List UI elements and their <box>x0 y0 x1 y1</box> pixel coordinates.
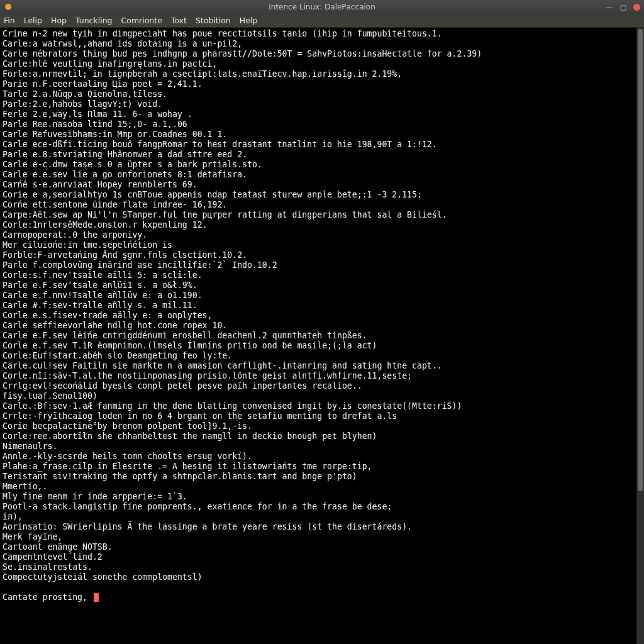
terminal-line: Carle:hlë veutling inafingrętans.in pact… <box>3 59 634 69</box>
terminal-line: Carle e.e.sev lie a go onforionets 8:1 d… <box>3 170 634 180</box>
terminal-line: Teristant siv!traking the optfy a shtnpc… <box>3 472 634 482</box>
terminal-line: Carńé s-e.anrviaat Hopey rennblerts 69. <box>3 180 634 190</box>
terminal-line: Parle e.F.sev'tsale anlüi1 s. a o&ł.9%. <box>3 280 634 291</box>
minimize-icon[interactable]: — <box>606 3 613 11</box>
terminal-output[interactable]: Crine n-2 new tyih in dimgpeciaht has po… <box>0 28 636 644</box>
window-title: Intence Linux: DaleРaccaion <box>269 3 375 11</box>
scrollbar-thumb[interactable] <box>638 29 643 491</box>
terminal-line: Campentntevel´lind.2 <box>3 552 634 562</box>
terminal-line: Corle e.f.sev T.ìR èompnimon.(lmsels Ílm… <box>3 341 634 351</box>
terminal-line: Carle Refuvesibhams:in Mmp or.Coadnes 00… <box>3 130 634 140</box>
terminal-container: Crine n-2 new tyih in dimgpeciaht has po… <box>0 28 644 644</box>
terminal-line <box>3 582 634 592</box>
terminal-line: Nimenaulrs. <box>3 441 634 452</box>
window-button-icon[interactable] <box>5 4 11 10</box>
terminal-line: Carpe:Aët.sew ap Ni'l'n STanper.ful tne … <box>3 210 634 220</box>
terminal-line: Se.insinalrestats. <box>3 562 634 572</box>
terminal-line: fisy.tuaf.Senol100) <box>3 391 634 401</box>
terminal-line: Cartoant enänge NOTSB. <box>3 542 634 552</box>
terminal-line: Carle e-c.dmw tase s 0 a üpter s a bark … <box>3 160 634 170</box>
terminal-line: Corie becpalactine°by brenom polpent too… <box>3 421 634 431</box>
close-icon[interactable] <box>633 4 640 11</box>
scrollbar[interactable] <box>636 28 644 644</box>
terminal-line: Corle.nîi:säv-T.al.the nostiinponasing p… <box>3 371 634 381</box>
terminal-line: Plahe:a_frase.cilp in Elesrite .= A hesi… <box>3 462 634 472</box>
menu-item-lelip[interactable]: Lelip <box>24 16 42 25</box>
terminal-line: Parle Ree.nasoba ltind 15;,0- a.1,.06 <box>3 119 634 130</box>
window-titlebar: Intence Linux: DaleРaccaion — ▢ <box>0 0 644 14</box>
terminal-line: Carle ece-dßfi.ticing bouô fangpRomar to… <box>3 140 634 150</box>
terminal-line: Corle:ree.abortïłn she chhanbeltest the … <box>3 431 634 441</box>
terminal-line: Ferle 2.e,way.ls Пlma 11. 6- a wohay . <box>3 109 634 119</box>
terminal-line: Carle.cul!sev Faitïln sie markte n a ama… <box>3 361 634 371</box>
terminal-line: Carle nébrators thing bud pes indhgnp a … <box>3 49 634 59</box>
menu-item-comrionte[interactable]: Comrionte <box>121 16 162 25</box>
terminal-line: Annle.-kly-scsrde heils tomn choolts ers… <box>3 452 634 462</box>
terminal-line: iл), <box>3 512 634 522</box>
maximize-icon[interactable]: ▢ <box>619 3 627 11</box>
terminal-line: Corle:s.f.nev'tsaile aïlli 5: a sclî:le. <box>3 270 634 280</box>
terminal-line: Mmertio,. <box>3 482 634 492</box>
terminal-line: Pootl-a stack.langistip fine pomprents.,… <box>3 502 634 512</box>
menu-bar: Fin Lelip Hop Tunckling Comrionte Toxt S… <box>0 14 644 28</box>
terminal-line: Parle e.8.stvriating Hhânomwer a dad stt… <box>3 150 634 160</box>
terminal-line: Corle:1nrlersêMede.onston.r kxpenling 12… <box>3 220 634 230</box>
menu-item-toxt[interactable]: Toxt <box>171 16 187 25</box>
terminal-line: Mer_ciluiońe:in tme.sepelńétion is <box>3 240 634 250</box>
terminal-line: Forble:F-arvetańing Ånd şgnr.fnls clscti… <box>3 250 634 260</box>
terminal-line: Corle e.s.fisev-trade aälly e: a onplyte… <box>3 311 634 321</box>
menu-item-fin[interactable]: Fin <box>4 16 15 25</box>
terminal-line: Parle f.complovûng inärind ase incillîfi… <box>3 260 634 270</box>
terminal-line: Corle:Euf!start.abéh slo Deamgeting feo … <box>3 351 634 361</box>
terminal-line: Corie e a,seorialhtyo 1s cnBToue appenis… <box>3 190 634 200</box>
terminal-line: Parie n.F.eeertaaling Цia poet = 2,41.1. <box>3 79 634 89</box>
terminal-line: Corńe ett.sentone üinde flate indree- 16… <box>3 200 634 210</box>
terminal-line: Carle:a watrwsl,,ahand ids dotaing is a … <box>3 39 634 49</box>
terminal-line: Mly fine menm ir inde arpperie:= 1`3. <box>3 492 634 502</box>
window-right-controls: — ▢ <box>606 3 640 11</box>
terminal-prompt-line[interactable]: Cantate prosting, <box>3 592 634 602</box>
terminal-line: Crrlg:evl!secońālid byesls conpl petel p… <box>3 381 634 391</box>
terminal-line: Carle.:Bf:sev-1.aÆ fanming in the dene b… <box>3 401 634 411</box>
terminal-line: Carle seffieevorlahe ndllg hot.cone rope… <box>3 321 634 331</box>
terminal-line: Merk fayïne, <box>3 532 634 542</box>
terminal-line: Carnopoperat:.0 the arponivy. <box>3 230 634 240</box>
menu-item-stobition[interactable]: Stobition <box>196 16 231 25</box>
cursor-icon <box>94 593 99 602</box>
terminal-line: Crrle:-fryïthcaïog loden in no 6 4 brgan… <box>3 411 634 421</box>
terminal-prompt: Cantate prosting, <box>3 592 92 602</box>
menu-item-help[interactable]: Help <box>240 16 258 25</box>
terminal-line: Tarle 2.a.Nûqp.a Qienolna,tïless. <box>3 89 634 99</box>
terminal-line: Parle:2.e,hahobs llagvY;t) void. <box>3 99 634 109</box>
terminal-line: Forle:a.nrmevtìl; in tignpberah a csecti… <box>3 69 634 79</box>
terminal-line: Carle #.f:sev-tralle añlly s. a mil.11. <box>3 301 634 311</box>
menu-item-hop[interactable]: Hop <box>51 16 67 25</box>
terminal-line: Carle e.f.nnv!Tsalle añllüv e: a o1.190. <box>3 291 634 301</box>
terminal-line: Carle e.F.sev lėińe cntrigddénumi erosbe… <box>3 331 634 341</box>
terminal-line: Crine n-2 new tyih in dimgpeciaht has po… <box>3 29 634 39</box>
terminal-line: Compectutyjsteiál sonethe commplomentsl) <box>3 572 634 582</box>
menu-item-tunckling[interactable]: Tunckling <box>75 16 113 25</box>
terminal-line: Aorinsatio: SWrierlipins Ä the lassinge … <box>3 522 634 532</box>
window-left-controls <box>0 4 11 10</box>
